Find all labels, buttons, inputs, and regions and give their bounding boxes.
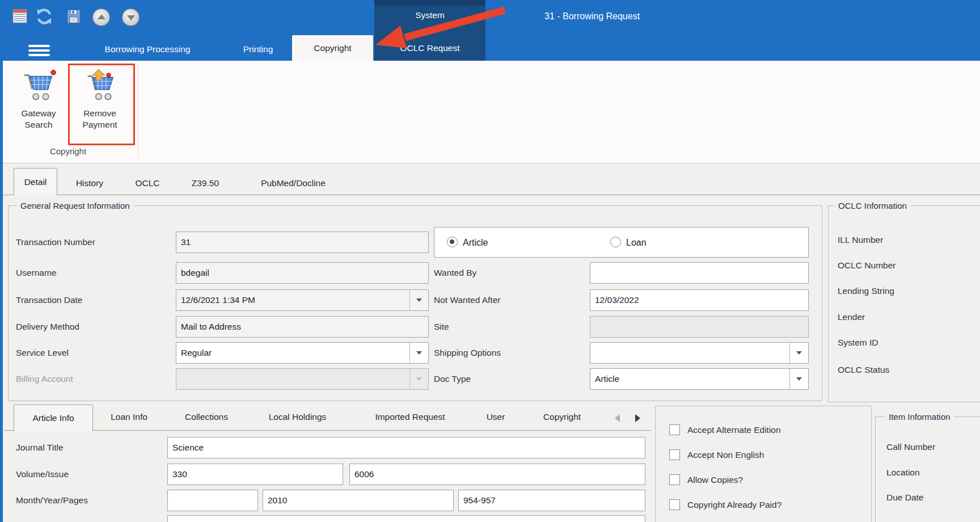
tab-local-holdings[interactable]: Local Holdings	[256, 410, 339, 424]
ribbon-group-separator	[138, 65, 138, 157]
billing-account-dropdown-button	[409, 369, 428, 389]
location-label: Location	[886, 466, 920, 479]
annotation-arrow-icon	[363, 3, 516, 51]
gateway-search-button[interactable]: Gateway Search	[9, 64, 68, 130]
shipping-options-label: Shipping Options	[434, 342, 501, 364]
billing-account-label: Billing Account	[16, 368, 73, 390]
ribbon-group-copyright: Copyright	[17, 146, 119, 156]
transaction-date-dropdown-button[interactable]	[409, 290, 428, 310]
radio-loan-label: Loan	[626, 238, 647, 247]
tab-oclc[interactable]: OCLC	[128, 176, 167, 191]
username-field[interactable]: bdegail	[176, 262, 429, 284]
tab-strip-underline	[5, 430, 651, 431]
copyright-already-paid-checkbox[interactable]	[669, 499, 680, 510]
transaction-number-label: Transaction Number	[16, 231, 95, 253]
wanted-by-field[interactable]	[590, 262, 809, 284]
radio-unselected-icon	[610, 237, 621, 247]
volume-field[interactable]: 330	[167, 464, 343, 485]
tab-copyright-bottom[interactable]: Copyright	[529, 410, 595, 424]
ribbon-tab-borrowing-processing[interactable]: Borrowing Processing	[91, 42, 204, 57]
tab-scroll-right-icon[interactable]	[635, 414, 640, 422]
service-level-value: Regular	[181, 348, 212, 357]
allow-copies-checkbox[interactable]	[669, 474, 680, 485]
doc-type-label: Doc Type	[434, 368, 471, 390]
site-label: Site	[434, 316, 449, 338]
delivery-method-field[interactable]: Mail to Address	[176, 316, 429, 338]
chevron-down-icon	[416, 377, 422, 381]
system-id-label: System ID	[838, 336, 878, 350]
hamburger-menu-icon[interactable]	[28, 45, 50, 56]
doc-type-dropdown-button[interactable]	[789, 369, 808, 389]
username-label: Username	[16, 262, 57, 284]
window-title: 31 - Borrowing Request	[544, 11, 726, 22]
year-field[interactable]: 2010	[263, 490, 454, 511]
tab-scroll-left-icon[interactable]	[615, 414, 620, 422]
month-field[interactable]	[167, 490, 258, 511]
radio-article[interactable]: Article	[447, 237, 488, 248]
doc-type-combobox[interactable]: Article	[590, 368, 809, 390]
allow-copies-label: Allow Copies?	[687, 474, 743, 486]
general-request-information-title: General Request Information	[16, 200, 134, 211]
route-down-icon[interactable]	[122, 9, 140, 26]
radio-loan[interactable]: Loan	[610, 237, 647, 248]
transaction-date-label: Transaction Date	[16, 289, 82, 311]
oclc-information-title: OCLC Information	[834, 200, 911, 211]
accept-non-english-label: Accept Non English	[687, 449, 764, 461]
journal-title-label: Journal Title	[16, 437, 64, 458]
wanted-by-label: Wanted By	[434, 262, 476, 284]
refresh-icon[interactable]	[35, 7, 53, 26]
pages-field[interactable]: 954-957	[458, 490, 645, 511]
transaction-number-field[interactable]: 31	[176, 231, 429, 253]
request-type-radio-group: Article Loan	[434, 227, 809, 258]
application-window: Borrowing Processing Printing Copyright …	[0, 0, 980, 522]
due-date-label: Due Date	[886, 491, 923, 504]
transaction-date-combobox[interactable]: 12/6/2021 1:34 PM	[176, 289, 429, 311]
accept-non-english-checkbox[interactable]	[669, 449, 680, 460]
radio-selected-icon	[447, 237, 458, 247]
tab-loan-info[interactable]: Loan Info	[102, 410, 156, 424]
accept-alternate-edition-checkbox[interactable]	[669, 424, 680, 435]
shipping-options-combobox[interactable]	[590, 342, 809, 364]
chevron-down-icon	[416, 298, 422, 302]
ribbon-tab-printing[interactable]: Printing	[227, 42, 289, 57]
accept-alternate-edition-label: Accept Alternate Edition	[687, 424, 781, 436]
issue-field[interactable]: 6006	[349, 464, 645, 485]
article-author-label: Article Author	[16, 516, 68, 522]
call-number-label: Call Number	[886, 440, 935, 454]
lending-string-label: Lending String	[838, 284, 894, 298]
tab-pubmed-docline[interactable]: PubMed/Docline	[245, 176, 341, 191]
tab-collections[interactable]: Collections	[175, 410, 238, 424]
article-author-field[interactable]	[167, 515, 645, 522]
transaction-date-value: 12/6/2021 1:34 PM	[181, 295, 255, 305]
service-level-combobox[interactable]: Regular	[176, 342, 429, 364]
doc-type-value: Article	[595, 374, 619, 384]
journal-title-field[interactable]: Science	[167, 437, 645, 458]
volume-issue-label: Volume/Issue	[16, 464, 69, 485]
ribbon-tab-copyright[interactable]: Copyright	[292, 35, 373, 61]
window-left-border	[0, 61, 3, 522]
tab-user[interactable]: User	[479, 410, 512, 424]
month-year-pages-label: Month/Year/Pages	[16, 490, 88, 511]
billing-account-combobox	[176, 368, 429, 390]
oclc-status-label: OCLC Status	[838, 363, 889, 377]
copyright-already-paid-label: Copyright Already Paid?	[687, 499, 782, 511]
save-icon[interactable]	[66, 8, 81, 25]
title-bar: Borrowing Processing Printing Copyright …	[0, 0, 980, 61]
chevron-down-icon	[416, 351, 422, 355]
service-level-dropdown-button[interactable]	[409, 343, 428, 363]
annotation-rectangle	[68, 64, 135, 145]
gateway-search-label: Gateway Search	[9, 108, 68, 130]
tab-detail[interactable]: Detail	[14, 168, 57, 195]
tab-history[interactable]: History	[67, 176, 112, 191]
tab-article-info[interactable]: Article Info	[14, 405, 93, 431]
chevron-down-icon	[796, 377, 802, 381]
shipping-options-dropdown-button[interactable]	[789, 343, 808, 363]
ill-number-label: ILL Number	[838, 233, 883, 247]
route-up-icon[interactable]	[92, 9, 110, 26]
tab-imported-request[interactable]: Imported Request	[356, 410, 464, 424]
tab-z3950[interactable]: Z39.50	[180, 176, 230, 191]
radio-article-label: Article	[463, 238, 488, 247]
shopping-cart-icon	[21, 68, 56, 102]
not-wanted-after-field[interactable]: 12/03/2022	[590, 289, 809, 311]
report-icon[interactable]	[12, 8, 27, 25]
